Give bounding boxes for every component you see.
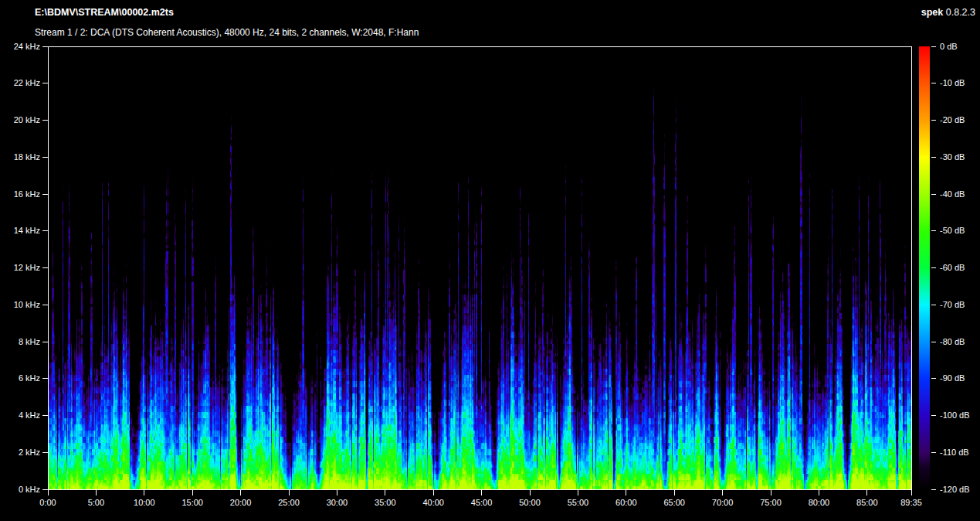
y-axis-tick	[42, 415, 48, 416]
x-axis-tick	[722, 490, 723, 495]
x-axis-tick-label: 15:00	[169, 498, 215, 508]
y-axis-tick	[42, 305, 48, 305]
plot-frame	[48, 46, 912, 490]
x-axis-tick	[96, 490, 97, 495]
x-axis-tick-label: 60:00	[603, 498, 649, 508]
x-axis-tick	[433, 490, 434, 495]
legend-tick	[931, 120, 936, 121]
y-axis-tick-label: 4 kHz	[0, 410, 40, 421]
x-axis-tick	[240, 490, 241, 495]
x-axis-tick-label: 75:00	[748, 498, 794, 508]
y-axis-tick	[42, 120, 48, 121]
x-axis-tick-label: 40:00	[410, 498, 456, 508]
legend-tick	[931, 194, 936, 195]
y-axis-tick-label: 14 kHz	[0, 226, 40, 236]
legend-tick	[931, 489, 936, 490]
x-axis-tick-label: 5:00	[73, 498, 119, 508]
app-name: spek	[921, 7, 944, 18]
y-axis-tick	[42, 230, 48, 231]
file-path-title: E:\BDMV\STREAM\00002.m2ts	[35, 7, 174, 18]
y-axis-tick-label: 18 kHz	[0, 152, 40, 162]
x-axis-tick	[144, 490, 144, 495]
legend-tick-label: -70 dB	[940, 300, 980, 310]
x-axis-tick	[289, 490, 290, 495]
x-axis-tick-label: 85:00	[844, 498, 890, 508]
legend-tick	[931, 157, 936, 158]
y-axis-tick	[42, 83, 48, 83]
y-axis-tick-label: 0 kHz	[0, 485, 40, 495]
y-axis-tick	[42, 157, 48, 158]
legend-tick	[931, 452, 936, 453]
spectrogram-canvas	[49, 47, 911, 489]
stream-info: Stream 1 / 2: DCA (DTS Coherent Acoustic…	[35, 27, 419, 38]
legend-tick-label: -110 dB	[940, 448, 980, 458]
x-axis-tick	[530, 490, 531, 495]
y-axis-tick-label: 8 kHz	[0, 337, 40, 347]
legend-tick	[931, 267, 936, 268]
x-axis-tick-label: 20:00	[218, 498, 264, 508]
x-axis-tick-label: 55:00	[554, 498, 601, 508]
x-axis-tick	[911, 490, 912, 495]
app-brand: spek 0.8.2.3	[921, 7, 975, 18]
legend-tick	[931, 230, 936, 231]
app-version: 0.8.2.3	[946, 7, 975, 18]
x-axis-tick	[626, 490, 626, 495]
legend-tick-label: -120 dB	[940, 485, 980, 495]
x-axis-tick	[192, 490, 193, 495]
legend-tick-label: -50 dB	[940, 226, 980, 236]
legend-tick	[931, 305, 936, 305]
y-axis-tick	[42, 46, 48, 47]
x-axis-tick	[385, 490, 385, 495]
y-axis-tick	[42, 342, 48, 342]
y-axis-tick	[42, 267, 48, 268]
x-axis-tick	[866, 490, 867, 495]
x-axis-tick-label: 80:00	[795, 498, 842, 508]
legend-tick-label: -40 dB	[940, 189, 980, 199]
y-axis-tick	[42, 378, 48, 379]
x-axis-tick	[337, 490, 337, 495]
legend-tick-label: 0 dB	[940, 42, 980, 52]
legend-tick-label: -80 dB	[940, 337, 980, 347]
x-axis-tick-label: 10:00	[121, 498, 168, 508]
y-axis-tick-label: 12 kHz	[0, 263, 40, 273]
x-axis-tick	[819, 490, 819, 495]
legend-tick-label: -60 dB	[940, 263, 980, 273]
legend-gradient-bar	[919, 46, 930, 490]
legend-tick	[931, 378, 936, 379]
x-axis-tick	[674, 490, 675, 495]
legend-tick	[931, 342, 936, 342]
y-axis-tick-label: 22 kHz	[0, 78, 40, 88]
x-axis-tick-label: 0:00	[25, 498, 71, 508]
y-axis-tick-label: 20 kHz	[0, 115, 40, 125]
legend-tick	[931, 46, 936, 47]
spek-window: E:\BDMV\STREAM\00002.m2ts spek 0.8.2.3 S…	[0, 0, 980, 521]
x-axis-tick-label: 45:00	[459, 498, 505, 508]
legend-tick-label: -100 dB	[940, 410, 980, 421]
x-axis-tick	[578, 490, 578, 495]
x-axis-tick	[481, 490, 482, 495]
legend-tick-label: -30 dB	[940, 152, 980, 162]
x-axis-tick-label: 65:00	[651, 498, 697, 508]
x-axis-tick-label: 50:00	[507, 498, 553, 508]
y-axis-tick	[42, 194, 48, 195]
y-axis-tick-label: 24 kHz	[0, 42, 40, 52]
x-axis-tick	[48, 490, 49, 495]
x-axis-tick-label: 25:00	[266, 498, 312, 508]
y-axis-tick-label: 6 kHz	[0, 373, 40, 383]
y-axis-tick-label: 2 kHz	[0, 448, 40, 458]
y-axis-tick-label: 16 kHz	[0, 189, 40, 199]
legend-tick	[931, 83, 936, 83]
x-axis-tick-label: 89:35	[888, 498, 934, 508]
y-axis-tick	[42, 452, 48, 453]
legend-tick-label: -10 dB	[940, 78, 980, 88]
legend-tick-label: -90 dB	[940, 373, 980, 383]
legend-tick	[931, 415, 936, 416]
legend-tick-label: -20 dB	[940, 115, 980, 125]
x-axis-tick-label: 35:00	[362, 498, 409, 508]
y-axis-tick-label: 10 kHz	[0, 300, 40, 310]
x-axis-tick	[771, 490, 771, 495]
x-axis-tick-label: 70:00	[700, 498, 746, 508]
x-axis-tick-label: 30:00	[314, 498, 360, 508]
